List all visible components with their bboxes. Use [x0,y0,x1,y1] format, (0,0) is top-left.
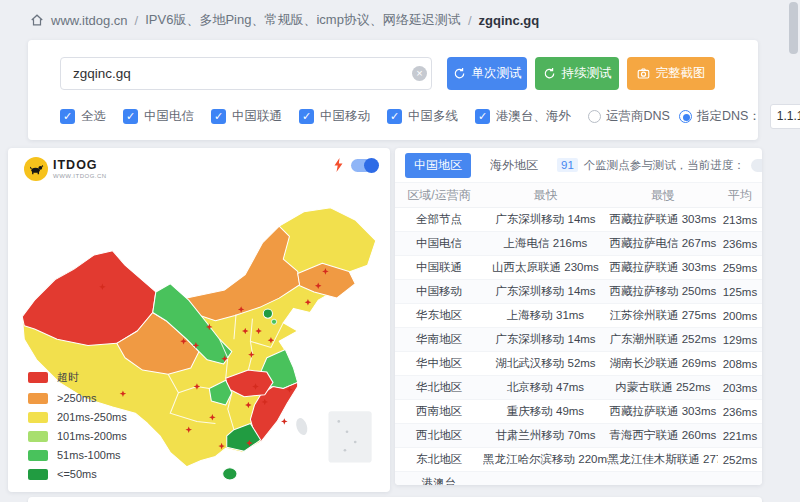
region-tab[interactable]: 海外地区 [481,153,547,178]
table-row[interactable]: 西北地区 甘肃兰州移动 70ms 青海西宁联通 260ms 221ms [395,424,762,448]
table-row[interactable]: 中国电信 上海电信 216ms 西藏拉萨电信 267ms 236ms [395,232,762,256]
filter-label: 中国联通 [232,108,282,125]
map-region [22,251,156,346]
table-row[interactable]: 华南地区 广东深圳移动 14ms 广东潮州联通 252ms 129ms [395,328,762,352]
legend-label: <=50ms [57,468,97,480]
monitor-count: 91 [557,158,578,172]
table-row[interactable]: 西南地区 重庆移动 49ms 西藏拉萨联通 303ms 236ms [395,400,762,424]
row-fastest: 湖北武汉移动 52ms [483,356,608,371]
home-icon [30,13,44,27]
row-average: 259ms [718,262,762,274]
table-row[interactable]: 全部节点 广东深圳移动 14ms 西藏拉萨联通 303ms 213ms [395,208,762,232]
row-average: 236ms [718,238,762,250]
checkbox-icon: ✓ [123,109,138,124]
china-map-card: ITDOG WWW.ITDOG.CN [8,148,390,492]
table-row[interactable]: 东北地区 黑龙江哈尔滨移动 220ms 黑龙江佳木斯联通 277ms 252ms [395,448,762,472]
map-legend: 超时 >250ms 201ms-250ms 101ms-200ms 51ms-1… [28,370,127,480]
row-slowest: 西藏拉萨联通 303ms [608,212,718,227]
isp-filters: ✓ 全选 ✓ 中国电信 ✓ 中国联通 ✓ 中国移动 ✓ 中国多线 ✓ 港澳台、海… [60,108,571,125]
filter-checkbox[interactable]: ✓ 中国电信 [123,108,194,125]
legend-swatch [28,450,48,461]
row-slowest: 黑龙江佳木斯联通 277ms [608,452,718,467]
full-screenshot-button[interactable]: 完整截图 [627,57,715,90]
row-average: 208ms [718,358,762,370]
row-region: 中国移动 [395,284,483,299]
breadcrumb-path[interactable]: IPV6版、多地Ping、常规版、icmp协议、网络延迟测试 [145,11,461,29]
isp-dns-label: 运营商DNS [606,108,670,125]
header-slowest: 最慢 [608,187,718,204]
map-toolbar [333,158,378,172]
legend-swatch [28,431,48,442]
filter-label: 中国电信 [144,108,194,125]
row-region: 西北地区 [395,428,483,443]
refresh-icon [543,67,556,80]
test-control-card: × 单次测试 持续测试 完整截图 ✓ 全选 ✓ 中国电信 ✓ 中国联通 ✓ 中国… [28,40,758,140]
row-fastest: 黑龙江哈尔滨移动 220ms [483,452,608,467]
filter-checkbox[interactable]: ✓ 中国多线 [387,108,458,125]
next-card-edge [28,497,762,502]
scrollbar-thumb[interactable] [789,2,798,54]
dog-icon [24,157,48,181]
row-fastest: -- [483,478,608,486]
row-fastest: 上海移动 31ms [483,308,608,323]
table-row[interactable]: 华北地区 北京移动 47ms 内蒙古联通 252ms 203ms [395,376,762,400]
results-table-header: 区域/运营商 最快 最慢 平均 [395,182,762,208]
legend-item: >250ms [28,392,127,404]
row-fastest: 重庆移动 49ms [483,404,608,419]
row-region: 中国联通 [395,260,483,275]
row-fastest: 甘肃兰州移动 70ms [483,428,608,443]
table-row[interactable]: 华中地区 湖北武汉移动 52ms 湖南长沙联通 269ms 208ms [395,352,762,376]
row-fastest: 山西太原联通 230ms [483,260,608,275]
camera-icon [637,67,650,80]
legend-label: >250ms [57,392,96,404]
dns-input[interactable] [770,104,800,129]
isp-dns-radio[interactable]: 运营商DNS [588,108,670,125]
single-test-label: 单次测试 [472,65,522,82]
row-slowest: 湖南长沙联通 269ms [608,356,718,371]
legend-item: 51ms-100ms [28,449,127,461]
table-row[interactable]: 中国联通 山西太原联通 230ms 西藏拉萨联通 303ms 259ms [395,256,762,280]
table-row[interactable]: 华东地区 上海移动 31ms 江苏徐州联通 275ms 200ms [395,304,762,328]
region-tab[interactable]: 中国地区 [405,153,471,178]
custom-dns-label: 指定DNS： [697,108,761,125]
filter-checkbox[interactable]: ✓ 全选 [60,108,106,125]
row-average: 252ms [718,454,762,466]
filter-checkbox[interactable]: ✓ 中国联通 [211,108,282,125]
continuous-test-button[interactable]: 持续测试 [535,57,619,90]
row-fastest: 广东深圳移动 14ms [483,284,608,299]
continuous-test-label: 持续测试 [562,65,612,82]
progress-percent: 99% [751,159,762,172]
row-slowest: -- [608,478,718,486]
legend-item: 101ms-200ms [28,430,127,442]
lightning-icon[interactable] [333,158,344,172]
refresh-icon [453,67,466,80]
filter-checkbox[interactable]: ✓ 中国移动 [299,108,370,125]
checkbox-icon: ✓ [387,109,402,124]
row-region: 华东地区 [395,308,483,323]
filter-label: 中国移动 [320,108,370,125]
host-input[interactable] [60,57,432,90]
breadcrumb-site[interactable]: www.itdog.cn [51,13,128,28]
custom-dns-radio[interactable]: 指定DNS： [679,108,761,125]
legend-item: 超时 [28,370,127,385]
south-sea-inset [329,411,372,462]
filter-checkbox[interactable]: ✓ 港澳台、海外 [475,108,571,125]
filter-label: 全选 [81,108,106,125]
filter-label: 港澳台、海外 [496,108,571,125]
header-average: 平均 [718,187,762,204]
clear-input-icon[interactable]: × [412,66,427,81]
map-toggle[interactable] [351,159,378,172]
checkbox-icon: ✓ [211,109,226,124]
row-region: 华中地区 [395,356,483,371]
legend-swatch [28,412,48,423]
legend-swatch [28,372,48,383]
map-region [263,309,272,318]
breadcrumb-separator: / [135,13,139,28]
table-row[interactable]: 港澳台 -- -- -- [395,472,762,485]
progress-bar: 99% [751,159,762,172]
checkbox-icon: ✓ [60,109,75,124]
dns-options: 运营商DNS 指定DNS： [588,104,800,129]
single-test-button[interactable]: 单次测试 [447,57,527,90]
table-row[interactable]: 中国移动 广东深圳移动 14ms 西藏拉萨移动 250ms 125ms [395,280,762,304]
legend-label: 51ms-100ms [57,449,121,461]
